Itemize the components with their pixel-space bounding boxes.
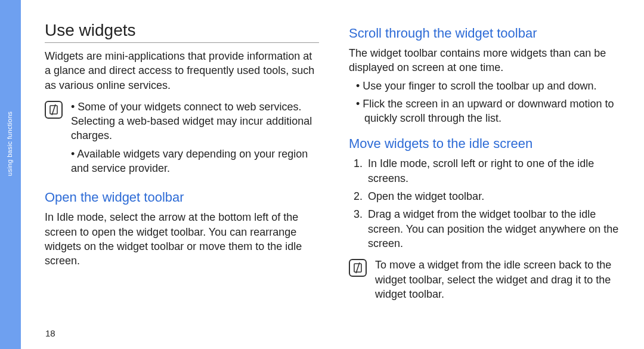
note-text: To move a widget from the idle screen ba… [373,258,623,301]
note-item: Some of your widgets connect to web serv… [69,100,319,143]
list-item: Use your finger to scroll the toolbar up… [349,79,623,93]
move-widgets-steps: In Idle mode, scroll left or right to on… [349,156,623,251]
right-column: Scroll through the widget toolbar The wi… [349,21,623,337]
list-item: Flick the screen in an upward or downwar… [349,97,623,126]
scroll-toolbar-body: The widget toolbar contains more widgets… [349,46,623,75]
intro-paragraph: Widgets are mini-applications that provi… [45,49,319,92]
scroll-bullets: Use your finger to scroll the toolbar up… [349,79,623,126]
list-item: Open the widget toolbar. [366,189,623,203]
sidebar-section-label: using basic functions [6,112,13,176]
page-content: Use widgets Widgets are mini-application… [21,0,644,349]
note-block: Some of your widgets connect to web serv… [45,100,319,179]
note-body: Some of your widgets connect to web serv… [69,100,319,179]
subheading-scroll-toolbar: Scroll through the widget toolbar [349,26,623,41]
note-icon [349,259,367,277]
note-item: Available widgets vary depending on your… [69,147,319,176]
subheading-move-widgets: Move widgets to the idle screen [349,136,623,152]
open-toolbar-body: In Idle mode, select the arrow at the bo… [45,210,319,268]
page-number: 18 [45,328,55,338]
note-body: To move a widget from the idle screen ba… [373,258,623,305]
subheading-open-toolbar: Open the widget toolbar [45,190,319,205]
note-icon [45,101,63,119]
list-item: In Idle mode, scroll left or right to on… [366,156,623,186]
page-title: Use widgets [45,21,319,43]
note-block: To move a widget from the idle screen ba… [349,258,623,305]
list-item: Drag a widget from the widget toolbar to… [366,207,623,251]
sidebar: using basic functions [0,0,21,349]
left-column: Use widgets Widgets are mini-application… [45,21,319,337]
